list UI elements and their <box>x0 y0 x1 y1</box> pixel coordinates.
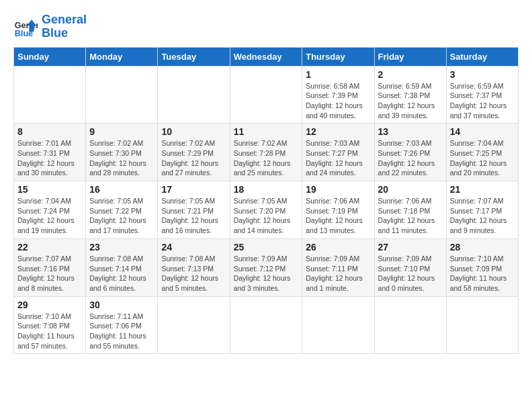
calendar-cell: 27 Sunrise: 7:09 AMSunset: 7:10 PMDaylig… <box>374 238 446 296</box>
day-info: Sunrise: 7:11 AMSunset: 7:06 PMDaylight:… <box>89 312 154 351</box>
calendar-cell: 9 Sunrise: 7:02 AMSunset: 7:30 PMDayligh… <box>86 124 158 181</box>
day-info: Sunrise: 6:59 AMSunset: 7:37 PMDaylight:… <box>450 81 515 121</box>
calendar-header-saturday: Saturday <box>446 47 518 66</box>
calendar-cell: 10 Sunrise: 7:02 AMSunset: 7:29 PMDaylig… <box>158 124 230 181</box>
calendar-cell <box>230 296 302 354</box>
day-number: 22 <box>17 242 82 253</box>
calendar-header-tuesday: Tuesday <box>158 47 230 66</box>
day-info: Sunrise: 7:05 AMSunset: 7:20 PMDaylight:… <box>234 196 299 236</box>
calendar-week-2: 8 Sunrise: 7:01 AMSunset: 7:31 PMDayligh… <box>14 124 519 181</box>
day-info: Sunrise: 7:02 AMSunset: 7:29 PMDaylight:… <box>161 138 226 178</box>
calendar-header-friday: Friday <box>374 47 446 66</box>
calendar-cell <box>86 66 158 124</box>
calendar-cell: 26 Sunrise: 7:09 AMSunset: 7:11 PMDaylig… <box>302 238 374 296</box>
day-number: 1 <box>306 69 370 80</box>
day-info: Sunrise: 7:01 AMSunset: 7:31 PMDaylight:… <box>17 138 82 178</box>
calendar-cell <box>446 296 518 354</box>
calendar-cell: 15 Sunrise: 7:04 AMSunset: 7:24 PMDaylig… <box>14 181 86 239</box>
calendar-header-sunday: Sunday <box>14 47 86 66</box>
day-number: 17 <box>161 184 226 195</box>
day-number: 26 <box>306 242 370 253</box>
calendar-cell: 19 Sunrise: 7:06 AMSunset: 7:19 PMDaylig… <box>302 181 374 239</box>
day-info: Sunrise: 7:07 AMSunset: 7:16 PMDaylight:… <box>17 254 82 293</box>
calendar-cell: 21 Sunrise: 7:07 AMSunset: 7:17 PMDaylig… <box>446 181 518 239</box>
calendar-cell: 13 Sunrise: 7:03 AMSunset: 7:26 PMDaylig… <box>374 124 446 181</box>
day-info: Sunrise: 7:07 AMSunset: 7:17 PMDaylight:… <box>450 196 515 236</box>
calendar-week-3: 15 Sunrise: 7:04 AMSunset: 7:24 PMDaylig… <box>14 181 519 239</box>
calendar-cell <box>14 66 86 124</box>
calendar-cell <box>158 296 230 354</box>
day-number: 14 <box>450 126 515 137</box>
logo: General Blue GeneralBlue <box>13 13 87 40</box>
logo-text: GeneralBlue <box>42 13 87 40</box>
day-info: Sunrise: 7:10 AMSunset: 7:08 PMDaylight:… <box>17 312 82 351</box>
calendar-cell: 14 Sunrise: 7:04 AMSunset: 7:25 PMDaylig… <box>446 124 518 181</box>
day-number: 29 <box>17 300 82 310</box>
day-number: 12 <box>306 126 370 137</box>
calendar-cell: 29 Sunrise: 7:10 AMSunset: 7:08 PMDaylig… <box>14 296 86 354</box>
day-number: 28 <box>450 242 515 253</box>
day-number: 21 <box>450 184 515 195</box>
calendar-week-4: 22 Sunrise: 7:07 AMSunset: 7:16 PMDaylig… <box>14 238 519 296</box>
calendar-cell <box>230 66 302 124</box>
day-info: Sunrise: 7:08 AMSunset: 7:14 PMDaylight:… <box>89 254 154 293</box>
day-info: Sunrise: 7:05 AMSunset: 7:22 PMDaylight:… <box>89 196 154 236</box>
calendar-header-row: SundayMondayTuesdayWednesdayThursdayFrid… <box>14 47 519 66</box>
day-info: Sunrise: 7:06 AMSunset: 7:18 PMDaylight:… <box>378 196 443 236</box>
day-number: 27 <box>378 242 443 253</box>
calendar-cell: 11 Sunrise: 7:02 AMSunset: 7:28 PMDaylig… <box>230 124 302 181</box>
day-number: 25 <box>234 242 299 253</box>
calendar-table: SundayMondayTuesdayWednesdayThursdayFrid… <box>13 47 519 355</box>
day-info: Sunrise: 7:04 AMSunset: 7:25 PMDaylight:… <box>450 138 515 178</box>
calendar-cell: 16 Sunrise: 7:05 AMSunset: 7:22 PMDaylig… <box>86 181 158 239</box>
logo-icon: General Blue <box>13 15 38 39</box>
day-info: Sunrise: 6:59 AMSunset: 7:38 PMDaylight:… <box>378 81 443 121</box>
calendar-cell <box>302 296 374 354</box>
calendar-cell: 8 Sunrise: 7:01 AMSunset: 7:31 PMDayligh… <box>14 124 86 181</box>
day-info: Sunrise: 7:06 AMSunset: 7:19 PMDaylight:… <box>306 196 370 236</box>
calendar-cell: 2 Sunrise: 6:59 AMSunset: 7:38 PMDayligh… <box>374 66 446 124</box>
day-number: 18 <box>234 184 299 195</box>
calendar-cell: 17 Sunrise: 7:05 AMSunset: 7:21 PMDaylig… <box>158 181 230 239</box>
day-info: Sunrise: 7:05 AMSunset: 7:21 PMDaylight:… <box>161 196 226 236</box>
day-info: Sunrise: 7:03 AMSunset: 7:26 PMDaylight:… <box>378 138 443 178</box>
day-number: 15 <box>17 184 82 195</box>
day-number: 8 <box>17 126 82 137</box>
calendar-week-1: 1 Sunrise: 6:58 AMSunset: 7:39 PMDayligh… <box>14 66 519 124</box>
day-number: 16 <box>89 184 154 195</box>
page-header: General Blue GeneralBlue <box>13 13 519 40</box>
calendar-header-wednesday: Wednesday <box>230 47 302 66</box>
day-number: 20 <box>378 184 443 195</box>
calendar-header-thursday: Thursday <box>302 47 374 66</box>
day-number: 2 <box>378 69 443 80</box>
calendar-cell: 25 Sunrise: 7:09 AMSunset: 7:12 PMDaylig… <box>230 238 302 296</box>
day-number: 30 <box>89 300 154 310</box>
day-number: 13 <box>378 126 443 137</box>
calendar-cell: 12 Sunrise: 7:03 AMSunset: 7:27 PMDaylig… <box>302 124 374 181</box>
day-info: Sunrise: 6:58 AMSunset: 7:39 PMDaylight:… <box>306 81 370 121</box>
calendar-cell: 22 Sunrise: 7:07 AMSunset: 7:16 PMDaylig… <box>14 238 86 296</box>
day-info: Sunrise: 7:10 AMSunset: 7:09 PMDaylight:… <box>450 254 515 293</box>
day-info: Sunrise: 7:09 AMSunset: 7:12 PMDaylight:… <box>234 254 299 293</box>
day-info: Sunrise: 7:09 AMSunset: 7:11 PMDaylight:… <box>306 254 370 293</box>
calendar-cell <box>158 66 230 124</box>
day-info: Sunrise: 7:02 AMSunset: 7:28 PMDaylight:… <box>234 138 299 178</box>
day-info: Sunrise: 7:04 AMSunset: 7:24 PMDaylight:… <box>17 196 82 236</box>
day-number: 19 <box>306 184 370 195</box>
calendar-cell: 18 Sunrise: 7:05 AMSunset: 7:20 PMDaylig… <box>230 181 302 239</box>
calendar-cell: 30 Sunrise: 7:11 AMSunset: 7:06 PMDaylig… <box>86 296 158 354</box>
calendar-cell: 1 Sunrise: 6:58 AMSunset: 7:39 PMDayligh… <box>302 66 374 124</box>
calendar-cell: 20 Sunrise: 7:06 AMSunset: 7:18 PMDaylig… <box>374 181 446 239</box>
day-info: Sunrise: 7:09 AMSunset: 7:10 PMDaylight:… <box>378 254 443 293</box>
day-info: Sunrise: 7:08 AMSunset: 7:13 PMDaylight:… <box>161 254 226 293</box>
calendar-body: 1 Sunrise: 6:58 AMSunset: 7:39 PMDayligh… <box>14 66 519 354</box>
day-number: 3 <box>450 69 515 80</box>
day-number: 9 <box>89 126 154 137</box>
calendar-cell: 28 Sunrise: 7:10 AMSunset: 7:09 PMDaylig… <box>446 238 518 296</box>
calendar-week-5: 29 Sunrise: 7:10 AMSunset: 7:08 PMDaylig… <box>14 296 519 354</box>
calendar-header-monday: Monday <box>86 47 158 66</box>
day-number: 24 <box>161 242 226 253</box>
day-info: Sunrise: 7:03 AMSunset: 7:27 PMDaylight:… <box>306 138 370 178</box>
calendar-cell: 3 Sunrise: 6:59 AMSunset: 7:37 PMDayligh… <box>446 66 518 124</box>
day-number: 23 <box>89 242 154 253</box>
